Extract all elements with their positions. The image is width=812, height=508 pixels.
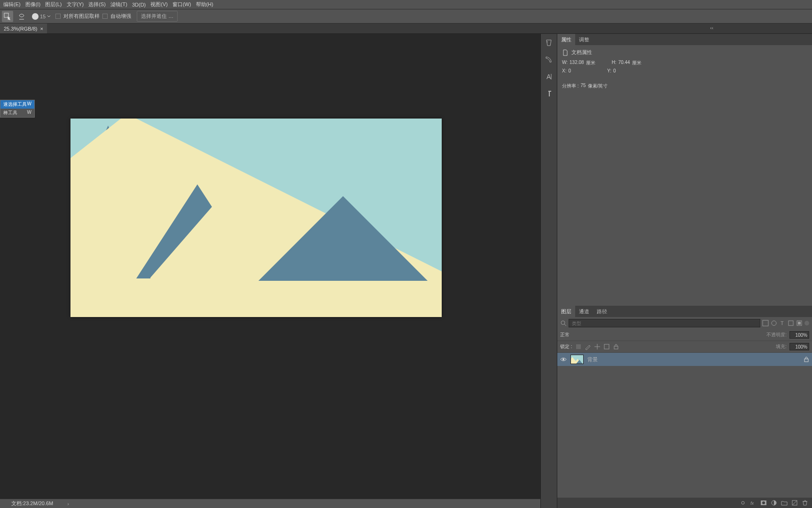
blend-opacity-row: 正常 不透明度:	[557, 329, 812, 341]
canvas-area[interactable]: 速选择工具 W 棒工具 W 文档:23.2M/20.6M ›	[0, 34, 540, 508]
adjustment-icon[interactable]	[771, 500, 777, 506]
brush-preset[interactable]: 15	[30, 13, 53, 20]
tab-layers[interactable]: 图层	[557, 306, 575, 317]
brush-dot-icon	[32, 13, 39, 20]
lock-move-icon[interactable]	[594, 343, 601, 350]
lock-label: 锁定 :	[560, 343, 572, 350]
panels: 属性 调整 文档属性 W: 132.08 厘米 H: 70.44 厘米 X: 0…	[557, 34, 812, 508]
y-label: Y:	[607, 68, 611, 73]
character-icon[interactable]: A	[545, 72, 553, 81]
lock-brush-icon[interactable]	[585, 343, 591, 350]
tab-properties[interactable]: 属性	[557, 34, 575, 45]
res-unit: 像素/英寸	[588, 83, 608, 89]
svg-line-10	[564, 324, 566, 326]
filter-smart-icon[interactable]	[796, 320, 803, 326]
history-icon[interactable]	[545, 39, 553, 47]
swatches-icon[interactable]	[545, 56, 553, 64]
auto-enhance-checkbox[interactable]	[102, 14, 108, 19]
filter-shape-icon[interactable]	[788, 320, 794, 326]
auto-enhance-label: 自动增强	[110, 13, 131, 20]
canvas[interactable]	[70, 119, 442, 317]
add-selection-icon[interactable]	[16, 11, 27, 22]
lock-fill-row: 锁定 : 填充:	[557, 341, 812, 353]
document-tab[interactable]: 25.3%(RGB/8) ×	[0, 24, 47, 33]
chevron-right-icon[interactable]: ›	[67, 501, 69, 507]
main: 速选择工具 W 棒工具 W 文档:23.2M/20.6M › A 属性 调整	[0, 34, 812, 508]
right-dock: A 属性 调整 文档属性 W: 132.08 厘米 H: 70.44 厘米 X:…	[540, 34, 812, 508]
w-label: W:	[562, 60, 568, 66]
tool-flyout-quick-select[interactable]: 速选择工具 W	[0, 100, 34, 109]
layer-background[interactable]: 背景	[557, 353, 812, 366]
svg-rect-11	[763, 320, 768, 326]
h-unit: 厘米	[632, 60, 641, 66]
menu-select[interactable]: 选择(S)	[86, 1, 108, 8]
dock-strip: A	[540, 34, 557, 508]
h-value: 70.44	[618, 60, 630, 66]
svg-point-27	[762, 501, 765, 504]
status-bar: 文档:23.2M/20.6M ›	[0, 499, 540, 508]
menu-help[interactable]: 帮助(H)	[194, 1, 216, 8]
blend-mode-select[interactable]: 正常	[560, 332, 570, 338]
fill-input[interactable]	[789, 343, 809, 350]
menu-window[interactable]: 窗口(W)	[170, 1, 194, 8]
w-value: 132.08	[570, 60, 584, 66]
options-bar: 15 对所有图层取样 自动增强 选择并遮住 …	[0, 9, 812, 24]
properties-panel: 文档属性 W: 132.08 厘米 H: 70.44 厘米 X: 0 Y: 0 …	[557, 45, 812, 95]
document-tab-bar: 25.3%(RGB/8) ×	[0, 24, 812, 34]
document-tab-title: 25.3%(RGB/8)	[4, 26, 38, 32]
menu-type[interactable]: 文字(Y)	[64, 1, 86, 8]
x-label: X:	[562, 68, 566, 73]
tool-flyout-magic-wand[interactable]: 棒工具 W	[0, 109, 34, 117]
document-icon	[562, 49, 569, 56]
group-icon[interactable]	[781, 500, 788, 506]
lock-pixels-icon[interactable]	[575, 343, 582, 350]
lock-all-icon[interactable]	[613, 343, 619, 350]
menu-view[interactable]: 视图(V)	[148, 1, 170, 8]
menu-image[interactable]: 图像(I)	[23, 1, 43, 8]
layer-name: 背景	[587, 356, 598, 363]
layer-filter-input[interactable]	[569, 319, 760, 327]
menu-3d[interactable]: 3D(D)	[130, 2, 148, 8]
filter-type-icon[interactable]: T	[779, 320, 786, 326]
filter-image-icon[interactable]	[762, 320, 769, 326]
paragraph-icon[interactable]	[545, 89, 553, 98]
collapse-panels-icon[interactable]: ‹‹	[710, 25, 713, 31]
sample-all-layers-label: 对所有图层取样	[63, 13, 100, 20]
res-label: 分辨率 :	[562, 83, 579, 89]
eye-icon[interactable]	[560, 356, 567, 363]
search-icon	[560, 320, 567, 326]
select-and-mask-button[interactable]: 选择并遮住 …	[137, 11, 178, 22]
mask-icon[interactable]	[760, 500, 767, 506]
tab-adjustments[interactable]: 调整	[575, 34, 593, 45]
opacity-input[interactable]	[789, 331, 809, 339]
menu-edit[interactable]: 编辑(E)	[1, 1, 23, 8]
close-icon[interactable]: ×	[40, 26, 43, 32]
svg-rect-14	[789, 321, 793, 325]
layers-tabs: 图层 通道 路径	[557, 306, 812, 317]
x-value: 0	[568, 68, 571, 73]
h-label: H:	[612, 60, 617, 66]
link-icon[interactable]	[740, 500, 746, 506]
trash-icon[interactable]	[802, 500, 808, 506]
svg-text:fx: fx	[750, 501, 754, 506]
layers-footer: fx	[557, 498, 812, 508]
menu-filter[interactable]: 滤镜(T)	[108, 1, 130, 8]
lock-artboard-icon[interactable]	[603, 343, 610, 350]
menu-bar: 编辑(E) 图像(I) 图层(L) 文字(Y) 选择(S) 滤镜(T) 3D(D…	[0, 0, 812, 9]
brush-size: 15	[40, 14, 46, 19]
menu-layer[interactable]: 图层(L)	[43, 1, 64, 8]
w-unit: 厘米	[586, 60, 595, 66]
filter-adjust-icon[interactable]	[771, 320, 777, 326]
svg-point-12	[772, 321, 776, 325]
svg-rect-19	[614, 346, 618, 349]
new-layer-icon[interactable]	[791, 500, 798, 506]
filter-toggle[interactable]	[804, 321, 809, 325]
y-value: 0	[613, 68, 616, 73]
tool-flyout[interactable]: 速选择工具 W 棒工具 W	[0, 100, 35, 118]
new-selection-icon[interactable]	[2, 11, 13, 22]
layer-thumbnail	[570, 355, 584, 364]
tab-paths[interactable]: 路径	[593, 306, 611, 317]
tab-channels[interactable]: 通道	[575, 306, 593, 317]
sample-all-layers-checkbox[interactable]	[55, 14, 61, 19]
fx-icon[interactable]: fx	[750, 500, 757, 506]
